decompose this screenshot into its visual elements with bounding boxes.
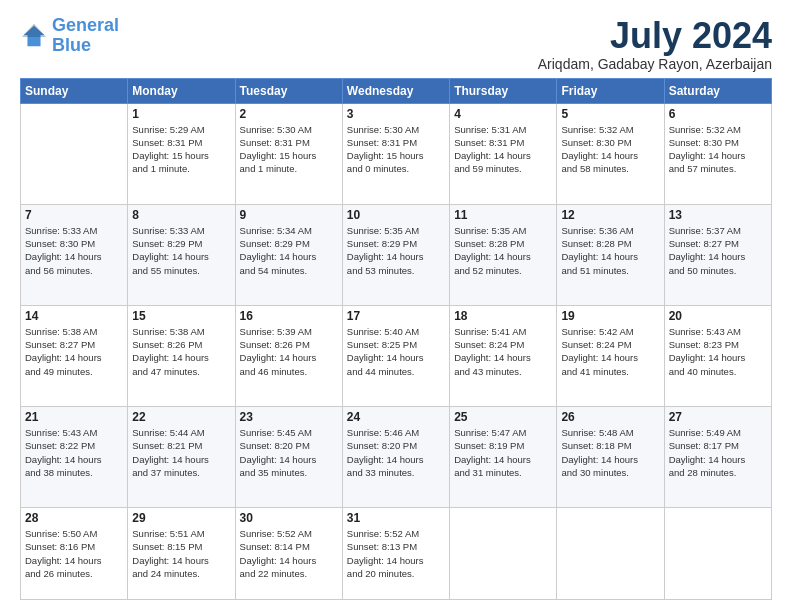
calendar-week-5: 28Sunrise: 5:50 AM Sunset: 8:16 PM Dayli… bbox=[21, 508, 772, 600]
day-number: 9 bbox=[240, 208, 338, 222]
table-row bbox=[450, 508, 557, 600]
day-info: Sunrise: 5:45 AM Sunset: 8:20 PM Dayligh… bbox=[240, 426, 338, 479]
day-info: Sunrise: 5:42 AM Sunset: 8:24 PM Dayligh… bbox=[561, 325, 659, 378]
day-info: Sunrise: 5:44 AM Sunset: 8:21 PM Dayligh… bbox=[132, 426, 230, 479]
day-number: 6 bbox=[669, 107, 767, 121]
day-number: 27 bbox=[669, 410, 767, 424]
calendar-table: Sunday Monday Tuesday Wednesday Thursday… bbox=[20, 78, 772, 600]
table-row: 6Sunrise: 5:32 AM Sunset: 8:30 PM Daylig… bbox=[664, 103, 771, 204]
day-number: 8 bbox=[132, 208, 230, 222]
day-info: Sunrise: 5:29 AM Sunset: 8:31 PM Dayligh… bbox=[132, 123, 230, 176]
day-number: 24 bbox=[347, 410, 445, 424]
day-info: Sunrise: 5:33 AM Sunset: 8:30 PM Dayligh… bbox=[25, 224, 123, 277]
table-row: 22Sunrise: 5:44 AM Sunset: 8:21 PM Dayli… bbox=[128, 406, 235, 507]
day-info: Sunrise: 5:30 AM Sunset: 8:31 PM Dayligh… bbox=[240, 123, 338, 176]
day-info: Sunrise: 5:30 AM Sunset: 8:31 PM Dayligh… bbox=[347, 123, 445, 176]
col-monday: Monday bbox=[128, 78, 235, 103]
table-row: 9Sunrise: 5:34 AM Sunset: 8:29 PM Daylig… bbox=[235, 204, 342, 305]
day-info: Sunrise: 5:40 AM Sunset: 8:25 PM Dayligh… bbox=[347, 325, 445, 378]
day-info: Sunrise: 5:31 AM Sunset: 8:31 PM Dayligh… bbox=[454, 123, 552, 176]
day-number: 30 bbox=[240, 511, 338, 525]
header: General Blue July 2024 Ariqdam, Gadabay … bbox=[20, 16, 772, 72]
day-number: 12 bbox=[561, 208, 659, 222]
day-number: 1 bbox=[132, 107, 230, 121]
calendar-week-2: 7Sunrise: 5:33 AM Sunset: 8:30 PM Daylig… bbox=[21, 204, 772, 305]
day-number: 18 bbox=[454, 309, 552, 323]
day-info: Sunrise: 5:38 AM Sunset: 8:27 PM Dayligh… bbox=[25, 325, 123, 378]
table-row: 2Sunrise: 5:30 AM Sunset: 8:31 PM Daylig… bbox=[235, 103, 342, 204]
table-row: 10Sunrise: 5:35 AM Sunset: 8:29 PM Dayli… bbox=[342, 204, 449, 305]
title-block: July 2024 Ariqdam, Gadabay Rayon, Azerba… bbox=[538, 16, 772, 72]
table-row: 23Sunrise: 5:45 AM Sunset: 8:20 PM Dayli… bbox=[235, 406, 342, 507]
day-number: 29 bbox=[132, 511, 230, 525]
day-number: 2 bbox=[240, 107, 338, 121]
day-number: 25 bbox=[454, 410, 552, 424]
logo-text-line2: Blue bbox=[52, 36, 119, 56]
table-row: 15Sunrise: 5:38 AM Sunset: 8:26 PM Dayli… bbox=[128, 305, 235, 406]
day-number: 7 bbox=[25, 208, 123, 222]
table-row: 4Sunrise: 5:31 AM Sunset: 8:31 PM Daylig… bbox=[450, 103, 557, 204]
table-row bbox=[664, 508, 771, 600]
day-info: Sunrise: 5:48 AM Sunset: 8:18 PM Dayligh… bbox=[561, 426, 659, 479]
calendar-week-3: 14Sunrise: 5:38 AM Sunset: 8:27 PM Dayli… bbox=[21, 305, 772, 406]
day-info: Sunrise: 5:41 AM Sunset: 8:24 PM Dayligh… bbox=[454, 325, 552, 378]
day-number: 14 bbox=[25, 309, 123, 323]
day-info: Sunrise: 5:33 AM Sunset: 8:29 PM Dayligh… bbox=[132, 224, 230, 277]
col-wednesday: Wednesday bbox=[342, 78, 449, 103]
day-info: Sunrise: 5:50 AM Sunset: 8:16 PM Dayligh… bbox=[25, 527, 123, 580]
table-row: 8Sunrise: 5:33 AM Sunset: 8:29 PM Daylig… bbox=[128, 204, 235, 305]
table-row: 3Sunrise: 5:30 AM Sunset: 8:31 PM Daylig… bbox=[342, 103, 449, 204]
day-info: Sunrise: 5:52 AM Sunset: 8:14 PM Dayligh… bbox=[240, 527, 338, 580]
logo-text-line1: General bbox=[52, 16, 119, 36]
table-row: 12Sunrise: 5:36 AM Sunset: 8:28 PM Dayli… bbox=[557, 204, 664, 305]
location: Ariqdam, Gadabay Rayon, Azerbaijan bbox=[538, 56, 772, 72]
table-row: 17Sunrise: 5:40 AM Sunset: 8:25 PM Dayli… bbox=[342, 305, 449, 406]
table-row: 29Sunrise: 5:51 AM Sunset: 8:15 PM Dayli… bbox=[128, 508, 235, 600]
day-number: 23 bbox=[240, 410, 338, 424]
day-info: Sunrise: 5:39 AM Sunset: 8:26 PM Dayligh… bbox=[240, 325, 338, 378]
day-number: 4 bbox=[454, 107, 552, 121]
table-row: 26Sunrise: 5:48 AM Sunset: 8:18 PM Dayli… bbox=[557, 406, 664, 507]
day-info: Sunrise: 5:38 AM Sunset: 8:26 PM Dayligh… bbox=[132, 325, 230, 378]
day-number: 3 bbox=[347, 107, 445, 121]
table-row: 27Sunrise: 5:49 AM Sunset: 8:17 PM Dayli… bbox=[664, 406, 771, 507]
day-number: 17 bbox=[347, 309, 445, 323]
header-row: Sunday Monday Tuesday Wednesday Thursday… bbox=[21, 78, 772, 103]
day-number: 22 bbox=[132, 410, 230, 424]
day-number: 5 bbox=[561, 107, 659, 121]
table-row: 14Sunrise: 5:38 AM Sunset: 8:27 PM Dayli… bbox=[21, 305, 128, 406]
table-row bbox=[557, 508, 664, 600]
table-row: 30Sunrise: 5:52 AM Sunset: 8:14 PM Dayli… bbox=[235, 508, 342, 600]
day-info: Sunrise: 5:49 AM Sunset: 8:17 PM Dayligh… bbox=[669, 426, 767, 479]
day-number: 20 bbox=[669, 309, 767, 323]
table-row: 25Sunrise: 5:47 AM Sunset: 8:19 PM Dayli… bbox=[450, 406, 557, 507]
table-row: 13Sunrise: 5:37 AM Sunset: 8:27 PM Dayli… bbox=[664, 204, 771, 305]
day-number: 19 bbox=[561, 309, 659, 323]
day-number: 16 bbox=[240, 309, 338, 323]
day-info: Sunrise: 5:35 AM Sunset: 8:29 PM Dayligh… bbox=[347, 224, 445, 277]
page: General Blue July 2024 Ariqdam, Gadabay … bbox=[0, 0, 792, 612]
table-row: 31Sunrise: 5:52 AM Sunset: 8:13 PM Dayli… bbox=[342, 508, 449, 600]
day-info: Sunrise: 5:47 AM Sunset: 8:19 PM Dayligh… bbox=[454, 426, 552, 479]
table-row bbox=[21, 103, 128, 204]
day-number: 21 bbox=[25, 410, 123, 424]
day-number: 31 bbox=[347, 511, 445, 525]
day-info: Sunrise: 5:43 AM Sunset: 8:23 PM Dayligh… bbox=[669, 325, 767, 378]
day-number: 13 bbox=[669, 208, 767, 222]
day-number: 10 bbox=[347, 208, 445, 222]
day-number: 26 bbox=[561, 410, 659, 424]
day-info: Sunrise: 5:36 AM Sunset: 8:28 PM Dayligh… bbox=[561, 224, 659, 277]
day-number: 28 bbox=[25, 511, 123, 525]
month-title: July 2024 bbox=[538, 16, 772, 56]
day-info: Sunrise: 5:46 AM Sunset: 8:20 PM Dayligh… bbox=[347, 426, 445, 479]
day-info: Sunrise: 5:34 AM Sunset: 8:29 PM Dayligh… bbox=[240, 224, 338, 277]
day-number: 15 bbox=[132, 309, 230, 323]
table-row: 7Sunrise: 5:33 AM Sunset: 8:30 PM Daylig… bbox=[21, 204, 128, 305]
day-info: Sunrise: 5:32 AM Sunset: 8:30 PM Dayligh… bbox=[561, 123, 659, 176]
svg-marker-1 bbox=[22, 24, 46, 37]
table-row: 28Sunrise: 5:50 AM Sunset: 8:16 PM Dayli… bbox=[21, 508, 128, 600]
table-row: 19Sunrise: 5:42 AM Sunset: 8:24 PM Dayli… bbox=[557, 305, 664, 406]
day-info: Sunrise: 5:32 AM Sunset: 8:30 PM Dayligh… bbox=[669, 123, 767, 176]
col-friday: Friday bbox=[557, 78, 664, 103]
table-row: 11Sunrise: 5:35 AM Sunset: 8:28 PM Dayli… bbox=[450, 204, 557, 305]
